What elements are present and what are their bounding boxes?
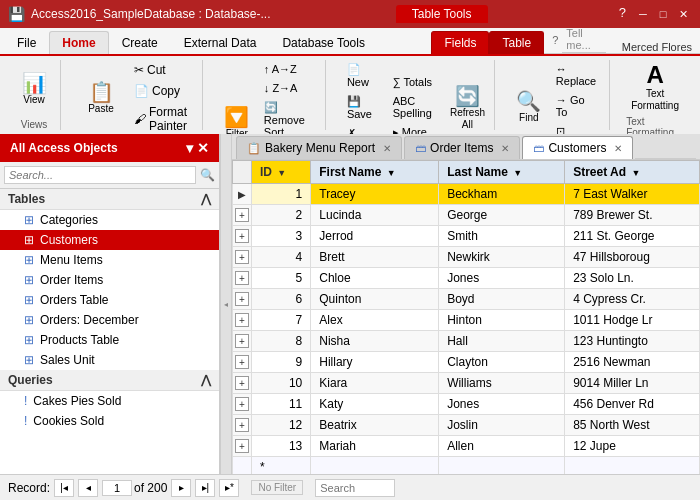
next-record-button[interactable]: ▸: [171, 479, 191, 497]
table-row[interactable]: +11KatyJones456 Denver Rd: [233, 394, 700, 415]
sidebar-item-sales-unit[interactable]: ⊞ Sales Unit: [0, 350, 219, 370]
find-button[interactable]: 🔍 Find: [511, 88, 547, 126]
maximize-button[interactable]: □: [654, 5, 672, 23]
tab-table[interactable]: Table: [489, 31, 544, 54]
tab-database-tools[interactable]: Database Tools: [269, 31, 378, 54]
sidebar-title: All Access Objects: [10, 141, 118, 155]
col-header-street[interactable]: Street Ad ▼: [565, 161, 700, 184]
row-expand-button[interactable]: +: [235, 439, 249, 453]
row-expand-button[interactable]: +: [235, 229, 249, 243]
save-record-button[interactable]: 💾 Save: [342, 92, 384, 123]
sidebar-menu-icon[interactable]: ▾: [186, 140, 193, 156]
table-row[interactable]: ▶1TraceyBeckham7 East Walker: [233, 184, 700, 205]
table-row[interactable]: +13MariahAllen12 Jupe: [233, 436, 700, 457]
col-firstname-sort[interactable]: ▼: [387, 168, 396, 178]
tab-create[interactable]: Create: [109, 31, 171, 54]
descending-button[interactable]: ↓ Z→A: [259, 79, 317, 97]
sidebar-resizer[interactable]: ◂: [220, 134, 232, 474]
format-painter-icon: 🖌: [134, 112, 146, 126]
table-row[interactable]: +10KiaraWilliams9014 Miller Ln: [233, 373, 700, 394]
close-button[interactable]: ✕: [674, 5, 692, 23]
sidebar-item-orders-table[interactable]: ⊞ Orders Table: [0, 290, 219, 310]
doc-tab-customers[interactable]: 🗃 Customers ✕: [522, 136, 633, 159]
tables-collapse-icon[interactable]: ⋀: [201, 192, 211, 206]
row-expand-button[interactable]: +: [235, 334, 249, 348]
goto-button[interactable]: → Go To: [551, 91, 601, 121]
new-record-button[interactable]: 📄 New: [342, 60, 384, 91]
sidebar-item-menu-items[interactable]: ⊞ Menu Items: [0, 250, 219, 270]
row-expand-button[interactable]: +: [235, 292, 249, 306]
text-formatting-button[interactable]: A Text Formatting: [626, 60, 684, 114]
totals-button[interactable]: ∑ Totals: [388, 73, 445, 91]
view-button[interactable]: 📊 View: [16, 70, 52, 108]
row-expand-button[interactable]: +: [235, 271, 249, 285]
replace-button[interactable]: ↔ Replace: [551, 60, 601, 90]
bakery-tab-close[interactable]: ✕: [383, 143, 391, 154]
col-lastname-sort[interactable]: ▼: [513, 168, 522, 178]
sidebar-search-input[interactable]: [4, 166, 196, 184]
cell-street: 85 North West: [565, 415, 700, 436]
col-id-sort[interactable]: ▼: [277, 168, 286, 178]
tab-file[interactable]: File: [4, 31, 49, 54]
table-row[interactable]: +3JerrodSmith211 St. George: [233, 226, 700, 247]
table-row[interactable]: +12BeatrixJoslin85 North West: [233, 415, 700, 436]
format-painter-button[interactable]: 🖌 Format Painter: [129, 102, 194, 136]
first-record-button[interactable]: |◂: [54, 479, 74, 497]
customers-tab-close[interactable]: ✕: [614, 143, 622, 154]
table-row[interactable]: +2LucindaGeorge789 Brewer St.: [233, 205, 700, 226]
sidebar-item-cookies[interactable]: ! Cookies Sold: [0, 411, 219, 431]
table-row[interactable]: +4BrettNewkirk47 Hillsboroug: [233, 247, 700, 268]
col-street-sort[interactable]: ▼: [631, 168, 640, 178]
tab-fields[interactable]: Fields: [431, 31, 489, 54]
table-row[interactable]: +9HillaryClayton2516 Newman: [233, 352, 700, 373]
cell-id: 1: [252, 184, 311, 205]
doc-tab-bakery-report[interactable]: 📋 Bakery Menu Report ✕: [236, 136, 402, 159]
row-expand-button[interactable]: +: [235, 250, 249, 264]
new-record-nav-button[interactable]: ▸*: [219, 479, 239, 497]
customers-table: ID ▼ First Name ▼ Last Name ▼: [232, 160, 700, 474]
current-record-input[interactable]: [102, 480, 132, 496]
row-expand-button[interactable]: +: [235, 355, 249, 369]
cell-id: 9: [252, 352, 311, 373]
new-record-row[interactable]: *: [233, 457, 700, 475]
queries-section-header[interactable]: Queries ⋀: [0, 370, 219, 391]
col-header-id[interactable]: ID ▼: [252, 161, 311, 184]
tab-external-data[interactable]: External Data: [171, 31, 270, 54]
sidebar-item-orders-december[interactable]: ⊞ Orders: December: [0, 310, 219, 330]
row-expand-button[interactable]: +: [235, 397, 249, 411]
minimize-button[interactable]: ─: [634, 5, 652, 23]
row-expand-button[interactable]: +: [235, 418, 249, 432]
row-expand-button[interactable]: +: [235, 208, 249, 222]
copy-button[interactable]: 📄 Copy: [129, 81, 194, 101]
tables-section-header[interactable]: Tables ⋀: [0, 189, 219, 210]
last-record-button[interactable]: ▸|: [195, 479, 215, 497]
prev-record-button[interactable]: ◂: [78, 479, 98, 497]
refresh-button[interactable]: 🔄 Refresh All: [449, 83, 486, 133]
ascending-button[interactable]: ↑ A→Z: [259, 60, 317, 78]
col-header-lastname[interactable]: Last Name ▼: [439, 161, 565, 184]
order-tab-close[interactable]: ✕: [501, 143, 509, 154]
row-expand-button[interactable]: +: [235, 313, 249, 327]
paste-button[interactable]: 📋 Paste: [77, 79, 125, 117]
sidebar-item-customers[interactable]: ⊞ Customers: [0, 230, 219, 250]
row-expand-button[interactable]: +: [235, 376, 249, 390]
help-icon[interactable]: ?: [613, 5, 632, 23]
table-row[interactable]: +6QuintonBoyd4 Cypress Cr.: [233, 289, 700, 310]
cut-button[interactable]: ✂ Cut: [129, 60, 194, 80]
sidebar-close-icon[interactable]: ✕: [197, 140, 209, 156]
table-row[interactable]: +7AlexHinton1011 Hodge Lr: [233, 310, 700, 331]
tell-me-input[interactable]: Tell me...: [562, 26, 605, 53]
cell-street: 789 Brewer St.: [565, 205, 700, 226]
spelling-button[interactable]: ABC Spelling: [388, 92, 445, 122]
col-header-firstname[interactable]: First Name ▼: [311, 161, 439, 184]
sidebar-item-order-items[interactable]: ⊞ Order Items: [0, 270, 219, 290]
sidebar-item-cakes-pies[interactable]: ! Cakes Pies Sold: [0, 391, 219, 411]
sidebar-item-categories[interactable]: ⊞ Categories: [0, 210, 219, 230]
table-row[interactable]: +5ChloeJones23 Solo Ln.: [233, 268, 700, 289]
table-row[interactable]: +8NishaHall123 Huntingto: [233, 331, 700, 352]
tab-home[interactable]: Home: [49, 31, 108, 54]
doc-tab-order-items[interactable]: 🗃 Order Items ✕: [404, 136, 520, 159]
table-search-input[interactable]: [315, 479, 395, 497]
queries-collapse-icon[interactable]: ⋀: [201, 373, 211, 387]
sidebar-item-products[interactable]: ⊞ Products Table: [0, 330, 219, 350]
